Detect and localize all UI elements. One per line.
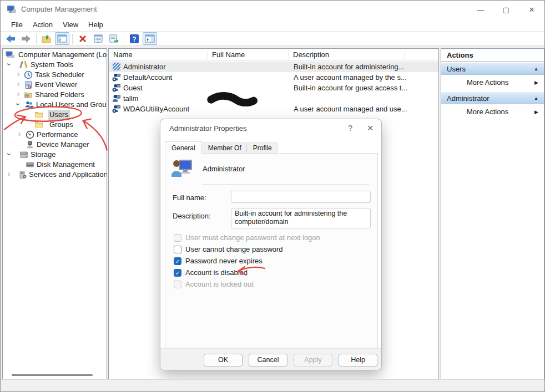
tab-profile[interactable]: Profile (248, 142, 277, 153)
checkbox-label: Password never expires (185, 257, 263, 266)
column-separator[interactable] (208, 50, 208, 59)
more-actions-users[interactable]: More Actions ▶ (441, 75, 544, 90)
list-row-defaultaccount[interactable]: DefaultAccount A user account managed by… (109, 72, 439, 83)
menu-action[interactable]: Action (28, 18, 58, 31)
cell-name: Administrator (123, 62, 206, 72)
tree-item-local-users-and-groups[interactable]: › Local Users and Groups (3, 100, 107, 110)
tree-label: Groups (49, 120, 73, 130)
tree-item-task-scheduler[interactable]: › Task Scheduler (3, 70, 107, 80)
collapse-caret-icon[interactable]: ▲ (534, 63, 538, 75)
actions-section-users[interactable]: Users ▲ (441, 63, 544, 75)
checkbox-row-account-is-disabled[interactable]: ✓ Account is disabled (174, 268, 248, 277)
more-actions-administrator[interactable]: More Actions ▶ (441, 105, 544, 119)
column-header-description[interactable]: Description (293, 49, 329, 61)
checkbox-unchecked-disabled-icon[interactable] (174, 234, 181, 242)
tree-label: Task Scheduler (35, 70, 84, 80)
full-name-input[interactable] (231, 191, 371, 203)
tree-item-computer-management[interactable]: Computer Management (Local) (3, 50, 107, 60)
tree-label: Device Manager (37, 140, 89, 150)
apply-button[interactable]: Apply (294, 354, 332, 366)
checkbox-row-must-change-password[interactable]: User must change password at next logon (174, 233, 320, 242)
tab-general[interactable]: General (165, 141, 202, 154)
close-button[interactable]: ✕ (519, 1, 544, 18)
tree-item-shared-folders[interactable]: › 23 Shared Folders (3, 90, 107, 100)
description-input[interactable]: Built-in account for administering the c… (231, 208, 371, 228)
checkbox-unchecked-disabled-icon[interactable] (174, 281, 181, 288)
more-actions-label: More Actions (467, 78, 508, 86)
menu-help[interactable]: Help (83, 18, 108, 31)
user-account-icon (171, 159, 193, 177)
help-icon[interactable]: ? (127, 32, 142, 45)
chevron-collapsed-icon[interactable]: › (15, 89, 22, 98)
horizontal-scrollbar[interactable] (12, 374, 93, 376)
checkbox-row-cannot-change-password[interactable]: User cannot change password (174, 245, 283, 254)
list-row-guest[interactable]: Guest Built-in account for guest access … (109, 83, 439, 93)
checkbox-unchecked-icon[interactable] (174, 246, 181, 253)
list-row-administrator[interactable]: Administrator Built-in account for admin… (109, 62, 439, 72)
column-header-full-name[interactable]: Full Name (212, 49, 245, 61)
divider (203, 184, 369, 185)
chevron-collapsed-icon[interactable]: › (15, 79, 22, 88)
tree-item-event-viewer[interactable]: › Event Viewer (3, 80, 107, 90)
system-tools-icon (19, 60, 28, 69)
checkbox-checked-icon[interactable]: ✓ (174, 269, 181, 277)
show-action-pane-icon[interactable] (143, 32, 157, 45)
cell-description: A user account managed by the s... (294, 72, 409, 83)
task-scheduler-icon (24, 70, 33, 79)
tree-item-groups[interactable]: Groups (3, 120, 107, 130)
show-console-tree-icon[interactable] (55, 32, 69, 45)
export-list-icon[interactable] (107, 32, 121, 45)
column-header-name[interactable]: Name (113, 49, 133, 61)
toolbar: ? (1, 31, 544, 46)
chevron-collapsed-icon[interactable]: › (6, 169, 12, 178)
user-hatched-icon (112, 62, 121, 71)
chevron-collapsed-icon[interactable]: › (16, 129, 23, 138)
tree-label: Computer Management (Local) (18, 50, 107, 60)
administrator-properties-dialog: Administrator Properties ? ✕ General Mem… (160, 119, 382, 370)
actions-section-label: Administrator (447, 94, 490, 103)
chevron-expanded-icon[interactable]: › (14, 101, 23, 108)
properties-icon[interactable] (91, 32, 105, 45)
help-button[interactable]: Help (339, 354, 377, 366)
up-folder-icon[interactable] (39, 32, 54, 45)
list-row-tallm[interactable]: tallm (109, 93, 439, 104)
ok-button[interactable]: OK (204, 354, 243, 366)
tree-item-disk-management[interactable]: Disk Management (3, 160, 107, 170)
minimize-button[interactable]: — (468, 1, 493, 18)
list-row-wdagutilityaccount[interactable]: WDAGUtilityAccount A user account manage… (109, 104, 439, 114)
dialog-help-icon[interactable]: ? (348, 119, 352, 138)
tree-item-storage[interactable]: › Storage (3, 150, 107, 160)
checkbox-row-account-is-locked-out[interactable]: Account is locked out (174, 280, 254, 289)
actions-section-administrator[interactable]: Administrator ▲ (441, 92, 544, 104)
checkbox-checked-icon[interactable]: ✓ (174, 257, 181, 265)
maximize-button[interactable]: ▢ (493, 1, 519, 18)
back-icon[interactable] (3, 32, 18, 45)
chevron-expanded-icon[interactable]: › (5, 151, 14, 157)
checkbox-row-password-never-expires[interactable]: ✓ Password never expires (174, 257, 263, 266)
column-separator[interactable] (289, 50, 289, 59)
menu-file[interactable]: File (6, 18, 28, 31)
delete-icon[interactable] (75, 32, 90, 45)
user-icon (112, 94, 121, 103)
forward-icon[interactable] (19, 32, 33, 45)
actions-section-label: Users (447, 65, 466, 73)
cancel-button[interactable]: Cancel (249, 354, 287, 366)
column-separator[interactable] (405, 50, 405, 59)
chevron-expanded-icon[interactable]: › (5, 61, 14, 68)
chevron-collapsed-icon[interactable]: › (15, 69, 22, 78)
tree-item-device-manager[interactable]: Device Manager (3, 140, 107, 150)
cell-name: Guest (123, 83, 206, 93)
submenu-arrow-icon: ▶ (534, 105, 538, 119)
tab-member-of[interactable]: Member Of (203, 142, 247, 153)
tree-item-users[interactable]: Users (3, 110, 107, 120)
tree-label: Storage (31, 150, 56, 160)
dialog-close-icon[interactable]: ✕ (367, 119, 374, 138)
cell-name: tallm (123, 93, 206, 104)
collapse-caret-icon[interactable]: ▲ (534, 93, 538, 105)
user-disabled-icon (112, 73, 121, 82)
menu-view[interactable]: View (58, 18, 83, 31)
tree-item-services-and-applications[interactable]: › Services and Applications (3, 170, 107, 180)
tree-item-system-tools[interactable]: › System Tools (3, 60, 107, 70)
cell-name: WDAGUtilityAccount (123, 104, 206, 114)
tree-item-performance[interactable]: › Performance (3, 130, 107, 140)
